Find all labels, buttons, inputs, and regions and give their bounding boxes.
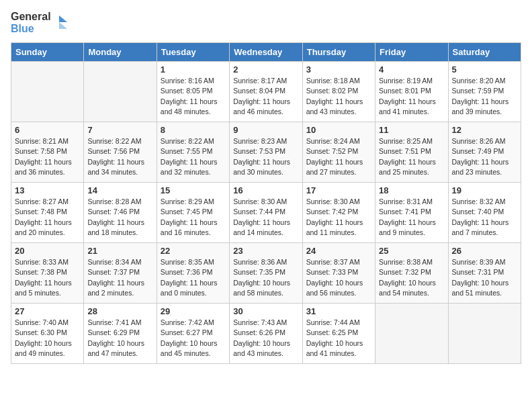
day-number: 7 xyxy=(87,125,152,135)
day-info: Sunrise: 8:34 AM Sunset: 7:37 PM Dayligh… xyxy=(87,257,152,298)
calendar-cell: 5Sunrise: 8:20 AM Sunset: 7:59 PM Daylig… xyxy=(448,62,521,122)
calendar-cell: 9Sunrise: 8:23 AM Sunset: 7:53 PM Daylig… xyxy=(230,122,302,183)
day-number: 14 xyxy=(87,185,152,195)
calendar-cell: 22Sunrise: 8:35 AM Sunset: 7:36 PM Dayli… xyxy=(157,243,229,304)
day-info: Sunrise: 8:21 AM Sunset: 7:58 PM Dayligh… xyxy=(15,136,80,177)
weekday-header-wednesday: Wednesday xyxy=(230,43,302,62)
day-number: 24 xyxy=(306,246,371,256)
day-number: 8 xyxy=(161,125,226,135)
calendar-cell xyxy=(11,62,84,122)
day-info: Sunrise: 7:43 AM Sunset: 6:26 PM Dayligh… xyxy=(233,318,298,359)
logo-blue: Blue xyxy=(11,23,51,35)
calendar-cell: 8Sunrise: 8:22 AM Sunset: 7:55 PM Daylig… xyxy=(157,122,229,183)
weekday-header-tuesday: Tuesday xyxy=(157,43,229,62)
calendar-cell: 28Sunrise: 7:41 AM Sunset: 6:29 PM Dayli… xyxy=(84,304,157,364)
calendar-cell: 11Sunrise: 8:25 AM Sunset: 7:51 PM Dayli… xyxy=(375,122,448,183)
calendar-week-4: 20Sunrise: 8:33 AM Sunset: 7:38 PM Dayli… xyxy=(11,243,521,304)
day-number: 15 xyxy=(161,185,226,195)
day-info: Sunrise: 8:26 AM Sunset: 7:49 PM Dayligh… xyxy=(452,136,517,177)
day-info: Sunrise: 8:30 AM Sunset: 7:44 PM Dayligh… xyxy=(233,197,298,238)
day-number: 20 xyxy=(15,246,80,256)
calendar-week-2: 6Sunrise: 8:21 AM Sunset: 7:58 PM Daylig… xyxy=(11,122,521,183)
weekday-header-friday: Friday xyxy=(375,43,448,62)
calendar-cell: 16Sunrise: 8:30 AM Sunset: 7:44 PM Dayli… xyxy=(230,183,302,243)
day-info: Sunrise: 7:41 AM Sunset: 6:29 PM Dayligh… xyxy=(87,318,152,359)
calendar-cell: 30Sunrise: 7:43 AM Sunset: 6:26 PM Dayli… xyxy=(230,304,302,364)
calendar-cell: 10Sunrise: 8:24 AM Sunset: 7:52 PM Dayli… xyxy=(302,122,375,183)
calendar-cell: 2Sunrise: 8:17 AM Sunset: 8:04 PM Daylig… xyxy=(230,62,302,122)
day-number: 4 xyxy=(379,64,444,75)
day-info: Sunrise: 8:31 AM Sunset: 7:41 PM Dayligh… xyxy=(379,197,444,238)
day-number: 18 xyxy=(379,185,444,195)
calendar-cell: 27Sunrise: 7:40 AM Sunset: 6:30 PM Dayli… xyxy=(11,304,84,364)
calendar-cell xyxy=(84,62,157,122)
calendar-cell: 15Sunrise: 8:29 AM Sunset: 7:45 PM Dayli… xyxy=(157,183,229,243)
day-info: Sunrise: 8:30 AM Sunset: 7:42 PM Dayligh… xyxy=(306,197,371,238)
day-number: 3 xyxy=(306,64,371,75)
calendar-cell: 31Sunrise: 7:44 AM Sunset: 6:25 PM Dayli… xyxy=(302,304,375,364)
day-number: 31 xyxy=(306,306,371,316)
logo-bird-icon xyxy=(52,13,67,33)
day-info: Sunrise: 8:39 AM Sunset: 7:31 PM Dayligh… xyxy=(452,257,517,298)
day-number: 5 xyxy=(452,64,517,75)
calendar-week-3: 13Sunrise: 8:27 AM Sunset: 7:48 PM Dayli… xyxy=(11,183,521,243)
day-info: Sunrise: 7:42 AM Sunset: 6:27 PM Dayligh… xyxy=(161,318,226,359)
day-number: 10 xyxy=(306,125,371,135)
day-number: 17 xyxy=(306,185,371,195)
logo-container: General Blue xyxy=(11,11,67,34)
day-info: Sunrise: 8:19 AM Sunset: 8:01 PM Dayligh… xyxy=(379,76,444,117)
day-number: 22 xyxy=(161,246,226,256)
calendar-cell: 3Sunrise: 8:18 AM Sunset: 8:02 PM Daylig… xyxy=(302,62,375,122)
day-info: Sunrise: 8:18 AM Sunset: 8:02 PM Dayligh… xyxy=(306,76,371,117)
weekday-header-monday: Monday xyxy=(84,43,157,62)
day-number: 16 xyxy=(233,185,298,195)
calendar-cell: 25Sunrise: 8:38 AM Sunset: 7:32 PM Dayli… xyxy=(375,243,448,304)
day-number: 27 xyxy=(15,306,80,316)
day-number: 13 xyxy=(15,185,80,195)
day-info: Sunrise: 8:38 AM Sunset: 7:32 PM Dayligh… xyxy=(379,257,444,298)
day-info: Sunrise: 8:33 AM Sunset: 7:38 PM Dayligh… xyxy=(15,257,80,298)
calendar-cell: 20Sunrise: 8:33 AM Sunset: 7:38 PM Dayli… xyxy=(11,243,84,304)
day-number: 25 xyxy=(379,246,444,256)
calendar-cell: 13Sunrise: 8:27 AM Sunset: 7:48 PM Dayli… xyxy=(11,183,84,243)
day-info: Sunrise: 8:35 AM Sunset: 7:36 PM Dayligh… xyxy=(161,257,226,298)
day-info: Sunrise: 8:28 AM Sunset: 7:46 PM Dayligh… xyxy=(87,197,152,238)
calendar-cell: 6Sunrise: 8:21 AM Sunset: 7:58 PM Daylig… xyxy=(11,122,84,183)
day-info: Sunrise: 8:37 AM Sunset: 7:33 PM Dayligh… xyxy=(306,257,371,298)
day-info: Sunrise: 8:29 AM Sunset: 7:45 PM Dayligh… xyxy=(161,197,226,238)
logo: General Blue xyxy=(11,11,67,34)
calendar-table: SundayMondayTuesdayWednesdayThursdayFrid… xyxy=(11,42,521,364)
calendar-cell: 19Sunrise: 8:32 AM Sunset: 7:40 PM Dayli… xyxy=(448,183,521,243)
day-number: 1 xyxy=(161,64,226,75)
day-number: 6 xyxy=(15,125,80,135)
logo-text: General Blue xyxy=(11,11,51,34)
day-info: Sunrise: 8:17 AM Sunset: 8:04 PM Dayligh… xyxy=(233,76,298,117)
day-number: 30 xyxy=(233,306,298,316)
day-info: Sunrise: 8:36 AM Sunset: 7:35 PM Dayligh… xyxy=(233,257,298,298)
day-number: 12 xyxy=(452,125,517,135)
calendar-cell: 24Sunrise: 8:37 AM Sunset: 7:33 PM Dayli… xyxy=(302,243,375,304)
calendar-cell: 14Sunrise: 8:28 AM Sunset: 7:46 PM Dayli… xyxy=(84,183,157,243)
day-info: Sunrise: 8:27 AM Sunset: 7:48 PM Dayligh… xyxy=(15,197,80,238)
calendar-cell: 26Sunrise: 8:39 AM Sunset: 7:31 PM Dayli… xyxy=(448,243,521,304)
calendar-cell xyxy=(375,304,448,364)
page-header: General Blue xyxy=(11,11,521,34)
day-info: Sunrise: 8:23 AM Sunset: 7:53 PM Dayligh… xyxy=(233,136,298,177)
calendar-cell: 12Sunrise: 8:26 AM Sunset: 7:49 PM Dayli… xyxy=(448,122,521,183)
weekday-header-thursday: Thursday xyxy=(302,43,375,62)
calendar-cell: 7Sunrise: 8:22 AM Sunset: 7:56 PM Daylig… xyxy=(84,122,157,183)
day-number: 21 xyxy=(87,246,152,256)
day-info: Sunrise: 8:24 AM Sunset: 7:52 PM Dayligh… xyxy=(306,136,371,177)
day-info: Sunrise: 8:32 AM Sunset: 7:40 PM Dayligh… xyxy=(452,197,517,238)
day-number: 26 xyxy=(452,246,517,256)
day-info: Sunrise: 8:25 AM Sunset: 7:51 PM Dayligh… xyxy=(379,136,444,177)
calendar-week-5: 27Sunrise: 7:40 AM Sunset: 6:30 PM Dayli… xyxy=(11,304,521,364)
day-info: Sunrise: 7:40 AM Sunset: 6:30 PM Dayligh… xyxy=(15,318,80,359)
calendar-cell xyxy=(448,304,521,364)
weekday-header-saturday: Saturday xyxy=(448,43,521,62)
calendar-cell: 21Sunrise: 8:34 AM Sunset: 7:37 PM Dayli… xyxy=(84,243,157,304)
day-number: 29 xyxy=(161,306,226,316)
day-info: Sunrise: 8:22 AM Sunset: 7:56 PM Dayligh… xyxy=(87,136,152,177)
day-number: 28 xyxy=(87,306,152,316)
day-number: 19 xyxy=(452,185,517,195)
